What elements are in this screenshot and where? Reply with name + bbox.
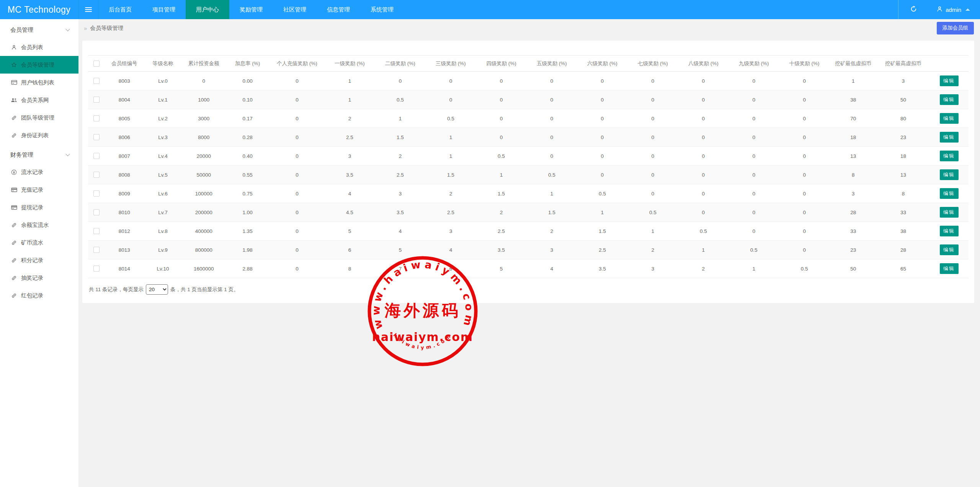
cell: 1 xyxy=(325,72,375,90)
cell: 8005 xyxy=(105,109,144,128)
sidebar-item-身份证列表[interactable]: 身份证列表 xyxy=(0,126,78,144)
sidebar-item-抽奖记录[interactable]: 抽奖记录 xyxy=(0,269,78,287)
cell: 38 xyxy=(877,222,930,241)
section-label: 财务管理 xyxy=(10,151,33,159)
column-header: 等级名称 xyxy=(144,56,182,72)
cell: 0 xyxy=(270,222,324,241)
cell: 8010 xyxy=(105,203,144,222)
row-checkbox[interactable] xyxy=(93,115,100,121)
nav-item-4[interactable]: 社区管理 xyxy=(273,0,317,19)
sidebar-item-团队等级管理[interactable]: 团队等级管理 xyxy=(0,109,78,126)
edit-button[interactable]: 编辑 xyxy=(940,151,959,161)
hamburger-menu-button[interactable] xyxy=(78,0,98,19)
column-header: 三级奖励 (%) xyxy=(425,56,476,72)
row-checkbox[interactable] xyxy=(93,228,100,234)
row-checkbox[interactable] xyxy=(93,247,100,253)
nav-item-2[interactable]: 用户中心 xyxy=(186,0,229,19)
cell: 3000 xyxy=(182,109,225,128)
actions-cell: 编辑 xyxy=(930,203,969,222)
cell: 0 xyxy=(270,203,324,222)
edit-button[interactable]: 编辑 xyxy=(940,113,959,124)
row-checkbox-cell xyxy=(88,241,105,259)
sidebar-item-积分记录[interactable]: 积分记录 xyxy=(0,251,78,269)
edit-button[interactable]: 编辑 xyxy=(940,132,959,143)
nav-item-6[interactable]: 系统管理 xyxy=(360,0,404,19)
cell: 50 xyxy=(877,90,930,109)
sidebar-item-流水记录[interactable]: 流水记录 xyxy=(0,163,78,181)
user-menu[interactable]: admin xyxy=(929,0,980,19)
nav-item-5[interactable]: 信息管理 xyxy=(317,0,360,19)
edit-button[interactable]: 编辑 xyxy=(940,244,959,255)
sidebar-item-充值记录[interactable]: 充值记录 xyxy=(0,181,78,198)
row-checkbox[interactable] xyxy=(93,266,100,272)
cell: 2.5 xyxy=(476,222,526,241)
nav-item-0[interactable]: 后台首页 xyxy=(98,0,142,19)
cell: 0 xyxy=(476,90,526,109)
row-checkbox-cell xyxy=(88,203,105,222)
table-row-8004: 8004Lv.110000.10010.5000000003850编辑 xyxy=(88,90,969,109)
edit-button[interactable]: 编辑 xyxy=(940,207,959,218)
edit-button[interactable]: 编辑 xyxy=(940,226,959,236)
row-checkbox[interactable] xyxy=(93,78,100,84)
actions-cell: 编辑 xyxy=(930,147,969,166)
grade-icon xyxy=(11,62,17,68)
page-size-select[interactable]: 20 xyxy=(146,284,168,295)
nav-item-3[interactable]: 奖励管理 xyxy=(229,0,273,19)
sidebar-section-title-1[interactable]: 财务管理 xyxy=(0,146,78,163)
cell: 6 xyxy=(425,259,476,278)
page-title: 会员等级管理 xyxy=(90,25,123,32)
sidebar-item-矿币流水[interactable]: 矿币流水 xyxy=(0,234,78,251)
sidebar-item-提现记录[interactable]: 提现记录 xyxy=(0,198,78,216)
user-icon xyxy=(936,6,943,13)
column-header: 九级奖励 (%) xyxy=(728,56,779,72)
sidebar-item-红包记录[interactable]: 红包记录 xyxy=(0,287,78,304)
cell: 0 xyxy=(577,166,627,184)
nav-item-1[interactable]: 项目管理 xyxy=(142,0,186,19)
cell: 0 xyxy=(425,72,476,90)
cell: 0.5 xyxy=(375,90,425,109)
edit-button[interactable]: 编辑 xyxy=(940,169,959,180)
sidebar-item-余额宝流水[interactable]: 余额宝流水 xyxy=(0,216,78,234)
row-checkbox[interactable] xyxy=(93,172,100,178)
edit-button[interactable]: 编辑 xyxy=(940,75,959,86)
sidebar-item-label: 团队等级管理 xyxy=(21,114,54,121)
cell: 8014 xyxy=(105,259,144,278)
cell: 4.5 xyxy=(325,203,375,222)
edit-button[interactable]: 编辑 xyxy=(940,263,959,274)
actions-cell: 编辑 xyxy=(930,90,969,109)
sidebar-section-title-0[interactable]: 会员管理 xyxy=(0,21,78,38)
edit-button[interactable]: 编辑 xyxy=(940,188,959,199)
cell: 1 xyxy=(577,203,627,222)
sidebar-item-会员关系网[interactable]: 会员关系网 xyxy=(0,91,78,109)
select-all-checkbox[interactable] xyxy=(93,61,100,67)
cell: 0.5 xyxy=(779,259,830,278)
column-header: 五级奖励 (%) xyxy=(526,56,577,72)
sidebar-item-会员列表[interactable]: 会员列表 xyxy=(0,38,78,56)
sidebar-item-label: 流水记录 xyxy=(21,169,43,176)
refresh-button[interactable] xyxy=(898,0,929,19)
sidebar-item-label: 会员列表 xyxy=(21,44,43,51)
column-header: 累计投资金额 xyxy=(182,56,225,72)
row-checkbox[interactable] xyxy=(93,209,100,215)
column-header: 七级奖励 (%) xyxy=(627,56,678,72)
cell: 0 xyxy=(728,72,779,90)
sidebar-item-label: 抽奖记录 xyxy=(21,274,43,282)
edit-button[interactable]: 编辑 xyxy=(940,94,959,105)
cell: 2.5 xyxy=(325,128,375,147)
row-checkbox-cell xyxy=(88,72,105,90)
add-member-group-button[interactable]: 添加会员组 xyxy=(937,22,974,34)
cell: 8004 xyxy=(105,90,144,109)
cell: 0 xyxy=(526,147,577,166)
breadcrumb-bar: » 会员等级管理 添加会员组 xyxy=(78,19,980,37)
sidebar-item-会员等级管理[interactable]: 会员等级管理 xyxy=(0,56,78,74)
cell: 4 xyxy=(375,222,425,241)
row-checkbox[interactable] xyxy=(93,97,100,103)
sidebar-item-label: 红包记录 xyxy=(21,292,43,299)
cell: 8000 xyxy=(182,128,225,147)
row-checkbox[interactable] xyxy=(93,153,100,159)
row-checkbox[interactable] xyxy=(93,190,100,197)
cell: 3 xyxy=(877,72,930,90)
row-checkbox[interactable] xyxy=(93,134,100,140)
sidebar-item-用户钱包列表[interactable]: 用户钱包列表 xyxy=(0,74,78,91)
actions-cell: 编辑 xyxy=(930,184,969,203)
